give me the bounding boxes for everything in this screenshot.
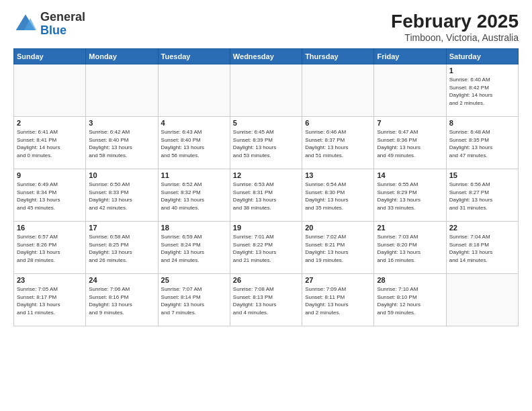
day-info: Sunrise: 6:40 AMSunset: 8:42 PMDaylight:…: [449, 76, 515, 107]
day-cell: [374, 64, 446, 117]
day-number: 12: [233, 171, 299, 179]
logo-blue: Blue: [40, 24, 85, 38]
day-cell: 25Sunrise: 7:07 AMSunset: 8:14 PMDayligh…: [158, 274, 230, 326]
day-info: Sunrise: 6:45 AMSunset: 8:39 PMDaylight:…: [233, 128, 299, 159]
day-cell: 3Sunrise: 6:42 AMSunset: 8:40 PMDaylight…: [86, 117, 158, 169]
day-cell: 20Sunrise: 7:02 AMSunset: 8:21 PMDayligh…: [302, 222, 374, 274]
day-info: Sunrise: 6:52 AMSunset: 8:32 PMDaylight:…: [161, 181, 227, 212]
day-number: 16: [17, 224, 83, 232]
week-row-2: 9Sunrise: 6:49 AMSunset: 8:34 PMDaylight…: [14, 169, 519, 222]
day-info: Sunrise: 7:10 AMSunset: 8:10 PMDaylight:…: [377, 285, 443, 316]
day-number: 7: [377, 119, 443, 127]
day-cell: 10Sunrise: 6:50 AMSunset: 8:33 PMDayligh…: [86, 169, 158, 222]
day-cell: 9Sunrise: 6:49 AMSunset: 8:34 PMDaylight…: [14, 169, 86, 222]
day-info: Sunrise: 6:53 AMSunset: 8:31 PMDaylight:…: [233, 181, 299, 212]
logo: General Blue: [13, 11, 85, 38]
day-number: 24: [89, 276, 154, 284]
day-number: 19: [233, 224, 299, 232]
header-day-wednesday: Wednesday: [230, 49, 302, 64]
day-cell: 18Sunrise: 6:59 AMSunset: 8:24 PMDayligh…: [158, 222, 230, 274]
page-title: February 2025: [391, 11, 519, 32]
day-cell: 27Sunrise: 7:09 AMSunset: 8:11 PMDayligh…: [302, 274, 374, 326]
day-number: 23: [17, 276, 83, 284]
day-info: Sunrise: 6:46 AMSunset: 8:37 PMDaylight:…: [305, 128, 371, 159]
logo-icon: [13, 12, 38, 36]
day-number: 9: [17, 171, 83, 179]
day-number: 27: [305, 276, 371, 284]
day-number: 3: [89, 119, 154, 127]
week-row-1: 2Sunrise: 6:41 AMSunset: 8:41 PMDaylight…: [14, 117, 519, 169]
day-number: 8: [449, 119, 515, 127]
day-cell: 26Sunrise: 7:08 AMSunset: 8:13 PMDayligh…: [230, 274, 302, 326]
day-cell: 22Sunrise: 7:04 AMSunset: 8:18 PMDayligh…: [446, 222, 518, 274]
day-cell: [86, 64, 158, 117]
day-info: Sunrise: 6:55 AMSunset: 8:29 PMDaylight:…: [377, 181, 443, 212]
day-number: 21: [377, 224, 443, 232]
header-day-monday: Monday: [86, 49, 158, 64]
calendar-header: SundayMondayTuesdayWednesdayThursdayFrid…: [14, 49, 519, 64]
header-day-friday: Friday: [374, 49, 446, 64]
day-number: 6: [305, 119, 371, 127]
header-day-saturday: Saturday: [446, 49, 518, 64]
day-info: Sunrise: 6:48 AMSunset: 8:35 PMDaylight:…: [449, 128, 515, 159]
day-info: Sunrise: 6:57 AMSunset: 8:26 PMDaylight:…: [17, 233, 83, 264]
day-info: Sunrise: 6:54 AMSunset: 8:30 PMDaylight:…: [305, 181, 371, 212]
day-cell: 7Sunrise: 6:47 AMSunset: 8:36 PMDaylight…: [374, 117, 446, 169]
day-number: 15: [449, 171, 515, 179]
header-day-tuesday: Tuesday: [158, 49, 230, 64]
calendar-body: 1Sunrise: 6:40 AMSunset: 8:42 PMDaylight…: [14, 64, 519, 326]
day-info: Sunrise: 7:01 AMSunset: 8:22 PMDaylight:…: [233, 233, 299, 264]
day-info: Sunrise: 7:03 AMSunset: 8:20 PMDaylight:…: [377, 233, 443, 264]
week-row-4: 23Sunrise: 7:05 AMSunset: 8:17 PMDayligh…: [14, 274, 519, 326]
header: General Blue February 2025 Timboon, Vict…: [13, 11, 519, 43]
day-cell: 16Sunrise: 6:57 AMSunset: 8:26 PMDayligh…: [14, 222, 86, 274]
day-info: Sunrise: 6:58 AMSunset: 8:25 PMDaylight:…: [89, 233, 154, 264]
calendar-table: SundayMondayTuesdayWednesdayThursdayFrid…: [13, 48, 519, 326]
day-info: Sunrise: 6:50 AMSunset: 8:33 PMDaylight:…: [89, 181, 154, 212]
day-cell: 4Sunrise: 6:43 AMSunset: 8:40 PMDaylight…: [158, 117, 230, 169]
day-number: 28: [377, 276, 443, 284]
week-row-0: 1Sunrise: 6:40 AMSunset: 8:42 PMDaylight…: [14, 64, 519, 117]
page-subtitle: Timboon, Victoria, Australia: [391, 32, 519, 43]
day-cell: 11Sunrise: 6:52 AMSunset: 8:32 PMDayligh…: [158, 169, 230, 222]
page: General Blue February 2025 Timboon, Vict…: [0, 0, 532, 411]
day-cell: 8Sunrise: 6:48 AMSunset: 8:35 PMDaylight…: [446, 117, 518, 169]
day-number: 11: [161, 171, 227, 179]
day-cell: 28Sunrise: 7:10 AMSunset: 8:10 PMDayligh…: [374, 274, 446, 326]
day-cell: [230, 64, 302, 117]
day-info: Sunrise: 7:02 AMSunset: 8:21 PMDaylight:…: [305, 233, 371, 264]
header-day-thursday: Thursday: [302, 49, 374, 64]
day-info: Sunrise: 7:08 AMSunset: 8:13 PMDaylight:…: [233, 285, 299, 316]
day-cell: 14Sunrise: 6:55 AMSunset: 8:29 PMDayligh…: [374, 169, 446, 222]
day-cell: [302, 64, 374, 117]
day-number: 22: [449, 224, 515, 232]
day-number: 1: [449, 66, 515, 75]
day-number: 5: [233, 119, 299, 127]
day-cell: [158, 64, 230, 117]
day-info: Sunrise: 6:41 AMSunset: 8:41 PMDaylight:…: [17, 128, 83, 159]
day-info: Sunrise: 6:56 AMSunset: 8:27 PMDaylight:…: [449, 181, 515, 212]
day-number: 14: [377, 171, 443, 179]
day-cell: 2Sunrise: 6:41 AMSunset: 8:41 PMDaylight…: [14, 117, 86, 169]
day-cell: [14, 64, 86, 117]
day-info: Sunrise: 7:09 AMSunset: 8:11 PMDaylight:…: [305, 285, 371, 316]
day-cell: 19Sunrise: 7:01 AMSunset: 8:22 PMDayligh…: [230, 222, 302, 274]
title-block: February 2025 Timboon, Victoria, Austral…: [391, 11, 519, 43]
day-number: 20: [305, 224, 371, 232]
day-number: 4: [161, 119, 227, 127]
day-info: Sunrise: 6:59 AMSunset: 8:24 PMDaylight:…: [161, 233, 227, 264]
day-cell: 6Sunrise: 6:46 AMSunset: 8:37 PMDaylight…: [302, 117, 374, 169]
header-row: SundayMondayTuesdayWednesdayThursdayFrid…: [14, 49, 519, 64]
day-cell: 17Sunrise: 6:58 AMSunset: 8:25 PMDayligh…: [86, 222, 158, 274]
day-info: Sunrise: 6:43 AMSunset: 8:40 PMDaylight:…: [161, 128, 227, 159]
day-info: Sunrise: 7:04 AMSunset: 8:18 PMDaylight:…: [449, 233, 515, 264]
day-cell: 21Sunrise: 7:03 AMSunset: 8:20 PMDayligh…: [374, 222, 446, 274]
day-info: Sunrise: 7:06 AMSunset: 8:16 PMDaylight:…: [89, 285, 154, 316]
day-number: 10: [89, 171, 154, 179]
day-number: 13: [305, 171, 371, 179]
logo-general: General: [40, 11, 85, 24]
day-number: 17: [89, 224, 154, 232]
day-cell: 13Sunrise: 6:54 AMSunset: 8:30 PMDayligh…: [302, 169, 374, 222]
day-number: 18: [161, 224, 227, 232]
day-cell: [446, 274, 518, 326]
